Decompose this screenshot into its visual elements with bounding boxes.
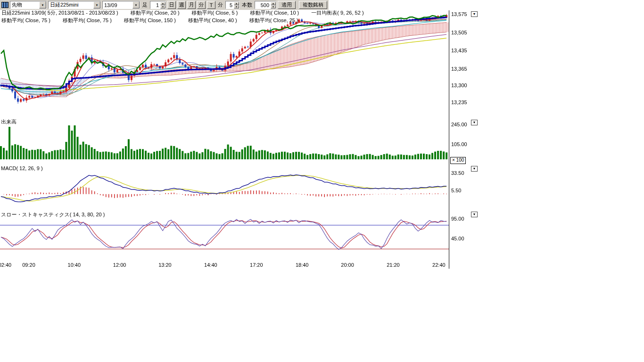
legend-item-ma5: 移動平均( Close, 5 ) xyxy=(192,9,238,16)
period-tick-button[interactable]: T xyxy=(207,1,215,9)
spin-up-icon[interactable]: ▲ xyxy=(234,2,239,5)
stoch-axis-label: 95.00 xyxy=(451,216,464,222)
price-axis-label: 13,235 xyxy=(451,99,467,105)
toolbar: 先物 ▼ 日経225mini ▼ 13/09 ▼ 足 1 ▲▼ 日 週 月 分 … xyxy=(0,0,329,10)
macd-axis-label: 5.50 xyxy=(451,188,461,193)
interval-value: 1 xyxy=(150,2,160,8)
time-axis-label: 13:20 xyxy=(157,262,173,268)
time-axis-label: 10:40 xyxy=(66,262,82,268)
contract-select-value: 13/09 xyxy=(103,2,132,8)
interval-spinner[interactable]: ▲▼ xyxy=(160,2,165,8)
interval-input[interactable]: 1 ▲▼ xyxy=(150,1,166,9)
dropdown-arrow-icon[interactable]: ▼ xyxy=(132,1,140,8)
volume-multiplier-badge: × 100 xyxy=(450,157,466,164)
contract-month-select[interactable]: 13/09 ▼ xyxy=(102,1,140,9)
price-pane[interactable] xyxy=(0,10,449,118)
legend-item-ma75a: 移動平均( Close, 75 ) xyxy=(1,17,50,24)
period-month-button[interactable]: 月 xyxy=(187,1,196,9)
time-axis-label: 22:40 xyxy=(431,262,447,268)
timeframe-label: 足 xyxy=(141,1,149,8)
legend-row-2: 移動平均( Close, 75 ) 移動平均( Close, 75 ) 移動平均… xyxy=(1,17,311,24)
volume-axis-label: 105.00 xyxy=(451,141,467,147)
legend-item-ma40: 移動平均( Close, 40 ) xyxy=(188,17,237,24)
market-select-value: 先物 xyxy=(10,1,39,8)
multi-symbol-button[interactable]: 複数銘柄 xyxy=(299,1,327,9)
spin-up-icon[interactable]: ▲ xyxy=(160,2,165,5)
stoch-pane-label: スロー・ストキャスティクス( 14, 3, 80, 20 ) xyxy=(1,211,105,218)
period-day-button[interactable]: 日 xyxy=(167,1,176,9)
spin-down-icon[interactable]: ▼ xyxy=(271,5,276,8)
macd-pane[interactable] xyxy=(0,165,449,208)
spin-up-icon[interactable]: ▲ xyxy=(271,2,276,5)
bars-spinner[interactable]: ▲▼ xyxy=(271,2,276,8)
volume-axis-label: 245.00 xyxy=(451,122,467,127)
price-axis-label: 13,575 xyxy=(451,11,467,17)
legend-item-symbol: 日経225mini 13/09( 5分, 2013/08/21 - 2013/0… xyxy=(1,9,118,16)
stoch-axis-label: 45.00 xyxy=(451,236,464,241)
time-axis-label: 18:40 xyxy=(294,262,310,268)
legend-item-ma20: 移動平均( Close, 20 ) xyxy=(131,9,180,16)
macd-pane-collapse-button[interactable]: ▼ xyxy=(471,166,478,172)
symbol-select-value: 日経225mini xyxy=(49,1,93,8)
spin-down-icon[interactable]: ▼ xyxy=(160,5,165,8)
legend-item-ma10: 移動平均( Close, 10 ) xyxy=(250,9,299,16)
volume-pane-collapse-button[interactable]: ▼ xyxy=(471,120,478,125)
time-axis-label: 21:20 xyxy=(385,262,401,268)
legend-item-ma25: 移動平均( Close, 25 ) xyxy=(249,17,298,24)
chart-type-icon[interactable] xyxy=(1,2,8,8)
minute-spinner[interactable]: ▲▼ xyxy=(234,2,239,8)
price-axis-label: 13,365 xyxy=(451,66,467,72)
time-axis-label: 20:00 xyxy=(339,262,355,268)
bar-count-label: 本数 xyxy=(241,1,253,8)
volume-pane-label: 出来高 xyxy=(1,118,17,125)
spin-down-icon[interactable]: ▼ xyxy=(234,5,239,8)
minute-value: 5 xyxy=(226,2,234,8)
legend-item-ichimoku: 一目均衡表( 9, 26, 52 ) xyxy=(311,9,363,16)
period-week-button[interactable]: 週 xyxy=(177,1,186,9)
price-pane-collapse-button[interactable]: ▼ xyxy=(471,11,478,17)
legend-item-ma75b: 移動平均( Close, 75 ) xyxy=(63,17,112,24)
stoch-pane-collapse-button[interactable]: ▼ xyxy=(471,212,478,217)
time-axis-label: 12:00 xyxy=(112,262,128,268)
price-axis-label: 13,435 xyxy=(451,48,467,53)
dropdown-arrow-icon[interactable]: ▼ xyxy=(93,1,100,8)
price-axis-label: 13,505 xyxy=(451,30,467,35)
volume-pane[interactable] xyxy=(0,119,449,161)
minute-label: 分 xyxy=(217,1,224,8)
time-axis-label: 09:20 xyxy=(21,262,37,268)
apply-button[interactable]: 適用 xyxy=(278,1,296,9)
time-axis-label: 02:40 xyxy=(0,262,13,268)
dropdown-arrow-icon[interactable]: ▼ xyxy=(39,1,46,8)
trading-chart-app: { "toolbar": { "market_select": "先物", "s… xyxy=(0,0,644,362)
legend-item-ma150: 移動平均( Close, 150 ) xyxy=(124,17,176,24)
bar-count-input[interactable]: 500 ▲▼ xyxy=(255,1,276,9)
macd-axis-label: 33.50 xyxy=(451,170,464,176)
minute-input[interactable]: 5 ▲▼ xyxy=(225,1,239,9)
macd-pane-label: MACD( 12, 26, 9 ) xyxy=(1,165,43,171)
price-axis-label: 13,300 xyxy=(451,82,467,88)
time-axis-label: 14:40 xyxy=(203,262,219,268)
market-select[interactable]: 先物 ▼ xyxy=(10,1,47,9)
legend-row-1: 日経225mini 13/09( 5分, 2013/08/21 - 2013/0… xyxy=(1,9,376,16)
period-minute-button[interactable]: 分 xyxy=(197,1,206,9)
time-axis-label: 17:20 xyxy=(248,262,264,268)
bar-count-value: 500 xyxy=(255,2,271,8)
symbol-select[interactable]: 日経225mini ▼ xyxy=(48,1,101,9)
